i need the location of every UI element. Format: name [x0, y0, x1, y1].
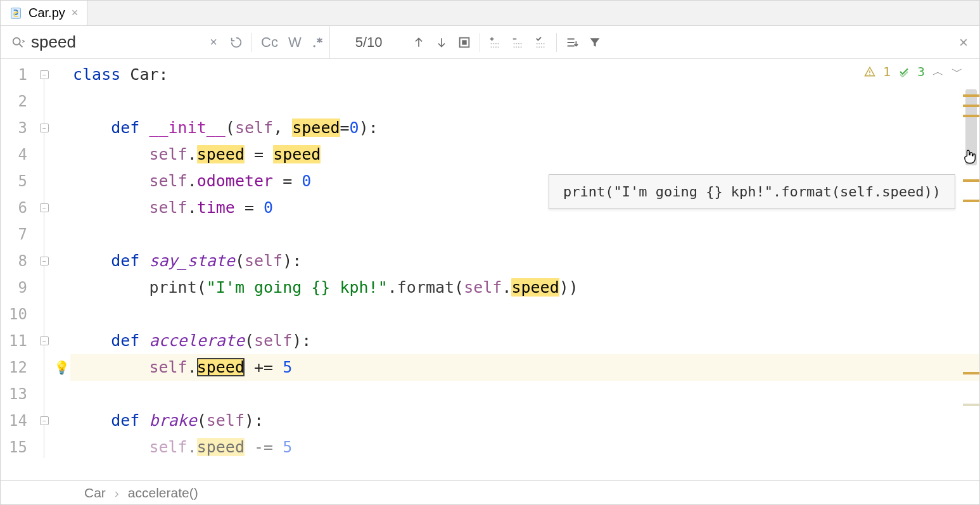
svg-point-3: [313, 45, 315, 47]
match-case-toggle[interactable]: Cc: [256, 31, 283, 54]
fold-handle[interactable]: −: [40, 336, 49, 345]
svg-line-2: [20, 44, 23, 47]
search-icon: [11, 35, 25, 49]
fold-handle[interactable]: −: [40, 257, 49, 265]
stripe-marker[interactable]: [963, 105, 979, 107]
whole-words-toggle[interactable]: W: [283, 31, 307, 54]
regex-toggle[interactable]: [307, 31, 329, 54]
search-input[interactable]: [31, 32, 202, 52]
find-toolbar: × Cc W 5/10: [1, 26, 979, 59]
file-tab[interactable]: Car.py ×: [1, 1, 87, 25]
close-tab-icon[interactable]: ×: [72, 6, 79, 20]
svg-rect-5: [462, 40, 467, 44]
code-area[interactable]: class Car: def __init__(self, speed=0): …: [70, 59, 979, 480]
chevron-right-icon: ›: [115, 485, 119, 501]
python-file-icon: [10, 7, 22, 20]
stripe-marker[interactable]: [963, 179, 979, 182]
clear-search-icon[interactable]: ×: [202, 31, 225, 54]
select-all-button[interactable]: [530, 31, 552, 54]
tab-filename: Car.py: [29, 6, 65, 20]
breadcrumb-bar: Car › accelerate(): [1, 480, 979, 504]
fold-handle[interactable]: −: [40, 203, 49, 212]
search-history-icon[interactable]: [225, 31, 248, 54]
stripe-marker[interactable]: [963, 115, 979, 117]
stripe-marker[interactable]: [963, 94, 979, 97]
intention-bulb-icon[interactable]: 💡: [54, 360, 70, 375]
line-number-gutter: 1 2 3 4 5 6 7 8 9 10 11 12 13 14 15: [1, 59, 39, 480]
fold-handle[interactable]: −: [40, 416, 49, 425]
add-selection-button[interactable]: [484, 31, 507, 54]
next-match-button[interactable]: [430, 31, 453, 54]
toggle-filter-panel-button[interactable]: [561, 31, 583, 54]
warning-icon: [864, 66, 875, 77]
fold-gutter: − − − − − 💡 −: [39, 59, 70, 480]
match-count: 5/10: [330, 34, 408, 51]
tab-bar: Car.py ×: [1, 1, 979, 26]
pointer-cursor-icon: [960, 148, 978, 170]
chevron-up-icon[interactable]: ︿: [932, 64, 944, 79]
stripe-marker[interactable]: [963, 372, 979, 374]
select-all-occurrences-button[interactable]: [453, 31, 476, 54]
breadcrumb-function[interactable]: accelerate(): [128, 485, 198, 501]
svg-point-1: [13, 37, 20, 44]
stripe-marker[interactable]: [963, 404, 979, 406]
close-find-bar-icon[interactable]: ×: [948, 34, 979, 51]
prev-match-button[interactable]: [407, 31, 430, 54]
editor[interactable]: 1 2 3 4 5 6 7 8 9 10 11 12 13 14 15 − − …: [1, 59, 979, 480]
filter-button[interactable]: [583, 31, 606, 54]
checkmark-icon: [898, 66, 910, 77]
inspection-widget[interactable]: 1 3 ︿ ﹀: [864, 64, 963, 79]
fold-handle[interactable]: −: [40, 124, 49, 132]
breadcrumb-class[interactable]: Car: [84, 485, 106, 501]
stripe-marker[interactable]: [963, 200, 979, 202]
chevron-down-icon[interactable]: ﹀: [951, 64, 963, 79]
remove-selection-button[interactable]: [507, 31, 530, 54]
error-stripe[interactable]: [963, 59, 979, 480]
lens-tooltip: print("I'm going {} kph!".format(self.sp…: [549, 174, 955, 209]
fold-handle[interactable]: −: [40, 70, 49, 79]
svg-point-7: [869, 74, 870, 75]
